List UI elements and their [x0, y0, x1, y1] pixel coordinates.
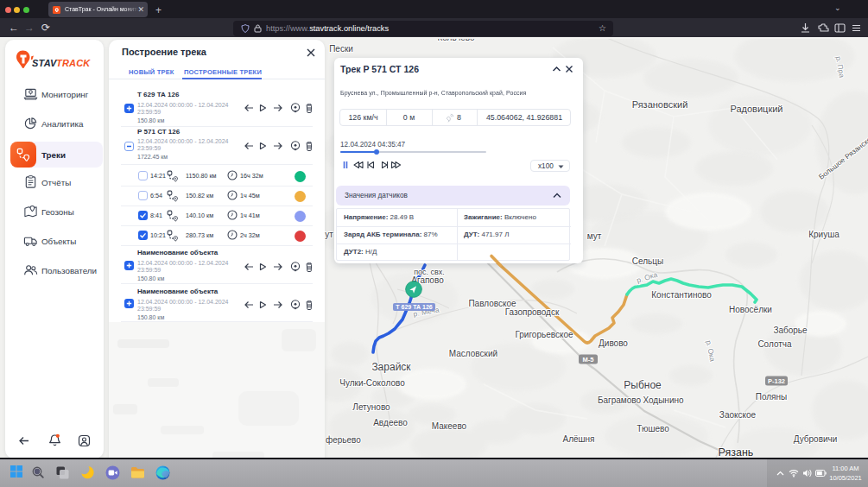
- svg-text:Чулки-Соколово: Чулки-Соколово: [339, 378, 405, 388]
- svg-text:Летуново: Летуново: [352, 402, 390, 412]
- svg-text:Макеево: Макеево: [432, 421, 467, 431]
- svg-text:Григорьевское: Григорьевское: [515, 330, 573, 339]
- svg-text:Кольчево: Кольчево: [437, 39, 475, 42]
- svg-text:STAV: STAV: [32, 58, 58, 68]
- svg-text:Дивово: Дивово: [599, 338, 628, 348]
- svg-text:Новосёлки: Новосёлки: [729, 305, 772, 314]
- svg-text:Сельцы: Сельцы: [632, 256, 663, 266]
- svg-text:М-5: М-5: [583, 356, 594, 364]
- svg-text:Зарайск: Зарайск: [371, 361, 411, 373]
- svg-text:ферьево: ферьево: [326, 435, 361, 445]
- svg-text:TRACK: TRACK: [56, 58, 91, 68]
- svg-text:Авдеево: Авдеево: [373, 418, 408, 427]
- svg-text:Заокское: Заокское: [719, 410, 757, 420]
- svg-text:Масловский: Масловский: [449, 349, 497, 358]
- svg-text:Павловское: Павловское: [468, 299, 516, 308]
- svg-text:Тюшево: Тюшево: [637, 424, 669, 433]
- svg-text:Заборье: Заборье: [773, 326, 808, 335]
- svg-text:Рыбное: Рыбное: [624, 379, 662, 391]
- svg-text:Криуша: Криуша: [808, 230, 839, 239]
- svg-text:Баграмово: Баграмово: [598, 395, 642, 405]
- svg-text:Ходынино: Ходынино: [643, 395, 684, 405]
- svg-text:Дубровичи: Дубровичи: [794, 434, 838, 444]
- svg-text:Радовицкий: Радовицкий: [730, 104, 782, 114]
- svg-text:Поляны: Поляны: [756, 392, 788, 402]
- svg-text:Т 629 ТА 126: Т 629 ТА 126: [396, 304, 432, 310]
- svg-text:Рязановский: Рязановский: [632, 99, 688, 110]
- svg-text:мут: мут: [587, 231, 602, 241]
- svg-text:Алёшня: Алёшня: [562, 434, 594, 444]
- svg-text:Газопроводск: Газопроводск: [505, 307, 560, 317]
- svg-text:Рязань: Рязань: [719, 446, 754, 459]
- svg-text:Константиново: Константиново: [651, 290, 712, 300]
- svg-text:Пески: Пески: [329, 44, 353, 54]
- svg-text:Солотча: Солотча: [757, 339, 792, 349]
- svg-text:ут: ут: [325, 230, 333, 239]
- svg-text:Р-132: Р-132: [768, 377, 785, 385]
